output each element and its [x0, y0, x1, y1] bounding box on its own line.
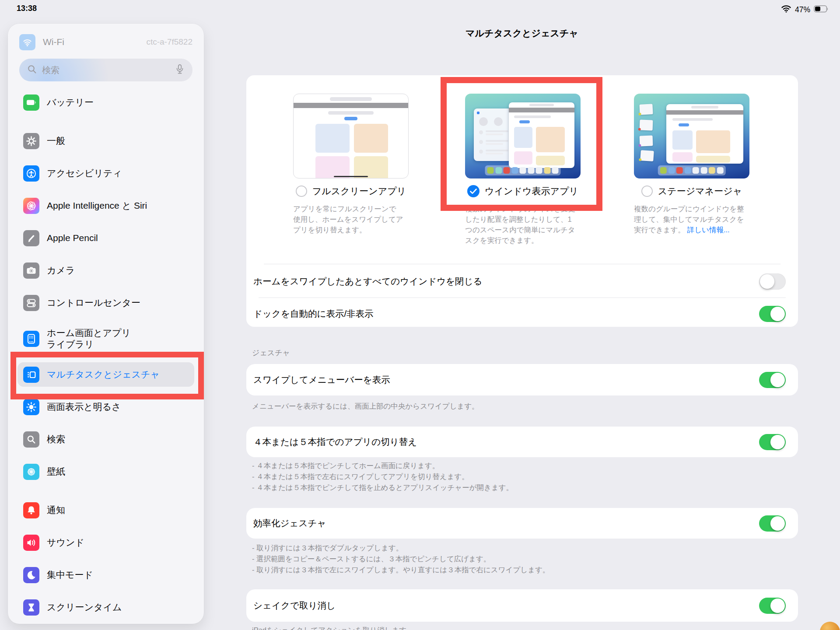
search-icon: [27, 64, 37, 76]
radio-stage-manager[interactable]: [641, 186, 653, 197]
divider: [264, 264, 780, 264]
sidebar-item-label: スクリーンタイム: [47, 602, 122, 613]
divider: [259, 298, 786, 298]
mode-label: ステージマネージャ: [658, 185, 742, 197]
gesture-row-shake-undo: シェイクで取り消し: [246, 589, 798, 622]
toggle-finger-app-switch[interactable]: [759, 434, 786, 450]
sidebar-item-home-screen[interactable]: ホーム画面とアプリライブラリ: [18, 323, 194, 354]
sidebar-item-battery[interactable]: バッテリー: [18, 90, 194, 115]
windowed-thumbnail[interactable]: [465, 94, 581, 178]
sidebar-item-label: バッテリー: [47, 97, 94, 108]
search-app-icon: [23, 431, 39, 448]
checkmark-windowed[interactable]: [467, 185, 480, 197]
battery-percent: 47%: [795, 5, 810, 14]
sidebar-item-sound[interactable]: サウンド: [18, 530, 194, 555]
search-input[interactable]: 検索: [19, 59, 192, 81]
sidebar-item-search[interactable]: 検索: [18, 427, 194, 452]
gesture-label: 効率化ジェスチャ: [253, 517, 326, 529]
sidebar-item-apple-intelligence[interactable]: Apple Intelligence と Siri: [18, 193, 194, 218]
wifi-status-icon: [781, 5, 791, 14]
sidebar-item-control-center[interactable]: コントロールセンター: [18, 290, 194, 315]
sidebar-item-label: 一般: [47, 135, 65, 147]
status-right-cluster: 47%: [781, 5, 829, 14]
mini-dock: [658, 165, 726, 175]
more-info-link[interactable]: 詳しい情報...: [687, 226, 730, 234]
mode-option-fullscreen[interactable]: フルスクリーンアプリ アプリを常にフルスクリーンで使用し、ホームをスワイプしてア…: [293, 94, 409, 235]
stage-manager-thumbnail[interactable]: [634, 94, 749, 178]
toggle-row-auto-dock: ドックを自動的に表示/非表示: [246, 299, 798, 329]
settings-sidebar: Wi-Fi ctc-a-7f5822 検索 バッテリー: [8, 24, 204, 624]
wifi-network-name: ctc-a-7f5822: [146, 37, 192, 47]
sidebar-item-wifi[interactable]: Wi-Fi ctc-a-7f5822: [19, 30, 192, 54]
wallpaper-icon: [23, 464, 39, 480]
sidebar-item-screen-time[interactable]: スクリーンタイム: [18, 595, 194, 620]
toggle-close-windows-after-swipe[interactable]: [759, 273, 786, 290]
gesture-row-finger-switch: ４本または５本指でのアプリの切り替え: [246, 427, 798, 457]
camera-icon: [23, 262, 39, 279]
sidebar-item-label: マルチタスクとジェスチャ: [47, 369, 160, 380]
sidebar-item-label: Apple Pencil: [47, 232, 98, 244]
gesture-label: ４本または５本指でのアプリの切り替え: [253, 436, 417, 448]
toggle-swipe-menubar[interactable]: [759, 372, 786, 388]
moon-icon: [23, 567, 39, 583]
radio-fullscreen[interactable]: [296, 186, 307, 197]
gesture-footnotes: - ４本または５本指でピンチしてホーム画面に戻ります。 - ４本または５本指で左…: [252, 460, 513, 493]
sidebar-item-notifications[interactable]: 通知: [18, 498, 194, 522]
sidebar-item-label: 壁紙: [47, 466, 65, 477]
wifi-label: Wi-Fi: [43, 37, 146, 47]
home-screen-icon: [23, 331, 39, 347]
gesture-row-menubar: スワイプしてメニューバーを表示: [246, 364, 798, 396]
gear-icon: [23, 133, 39, 149]
sidebar-item-label: サウンド: [47, 537, 84, 548]
multitasking-modes-card: フルスクリーンアプリ アプリを常にフルスクリーンで使用し、ホームをスワイプしてア…: [246, 75, 798, 327]
mode-option-windowed[interactable]: ウインドウ表示アプリ 複数のウインドウのサイズを変更したり配置を調整したりして、…: [465, 94, 581, 245]
sidebar-item-wallpaper[interactable]: 壁紙: [18, 459, 194, 484]
sidebar-item-general[interactable]: 一般: [18, 129, 194, 153]
mini-dock: [485, 165, 561, 175]
speaker-icon: [23, 535, 39, 551]
sidebar-item-focus[interactable]: 集中モード: [18, 563, 194, 587]
pointer-blob: [820, 622, 840, 630]
hourglass-icon: [23, 599, 39, 616]
battery-icon: [814, 5, 829, 14]
gesture-footnotes: - 取り消すには３本指でダブルタップします。 - 選択範囲をコピー＆ペーストする…: [252, 542, 550, 575]
sidebar-item-label: 画面表示と明るさ: [47, 401, 121, 413]
sidebar-item-label: アクセシビリティ: [47, 168, 122, 179]
accessibility-icon: [23, 165, 39, 182]
gesture-label: スワイプしてメニューバーを表示: [253, 374, 390, 386]
sidebar-item-label: コントロールセンター: [47, 297, 140, 308]
sidebar-list: バッテリー 一般 アクセシビ: [8, 90, 204, 620]
mode-label: ウインドウ表示アプリ: [485, 185, 578, 197]
gesture-label: シェイクで取り消し: [253, 599, 336, 612]
toggle-shake-to-undo[interactable]: [759, 598, 786, 614]
fullscreen-thumbnail[interactable]: [293, 94, 409, 178]
toggle-label: ホームをスワイプしたあとすべてのウインドウを閉じる: [253, 275, 483, 287]
toggle-label: ドックを自動的に表示/非表示: [253, 308, 374, 320]
sidebar-item-apple-pencil[interactable]: Apple Pencil: [18, 226, 194, 250]
mic-icon[interactable]: [175, 64, 185, 76]
gesture-row-efficiency: 効率化ジェスチャ: [246, 508, 798, 539]
sidebar-item-display-brightness[interactable]: 画面表示と明るさ: [18, 395, 194, 419]
sidebar-item-camera[interactable]: カメラ: [18, 258, 194, 283]
search-placeholder: 検索: [42, 64, 170, 76]
apple-intelligence-icon: [23, 198, 39, 214]
toggle-efficiency-gestures[interactable]: [759, 515, 786, 532]
pencil-icon: [23, 230, 39, 246]
sidebar-item-label: 検索: [47, 434, 65, 445]
mode-description: 複数のグループにウインドウを整理して、集中してマルチタスクを実行できます。 詳し…: [634, 203, 744, 235]
sidebar-item-multitasking[interactable]: マルチタスクとジェスチャ: [18, 362, 194, 387]
mode-description: 複数のウインドウのサイズを変更したり配置を調整したりして、1つのスペース内で簡単…: [465, 203, 575, 245]
brightness-icon: [23, 399, 39, 415]
sidebar-item-label: Apple Intelligence と Siri: [47, 200, 147, 211]
wifi-icon: [19, 34, 35, 50]
sidebar-item-accessibility[interactable]: アクセシビリティ: [18, 161, 194, 186]
sidebar-item-label: 集中モード: [47, 569, 93, 581]
mode-option-stage-manager[interactable]: ステージマネージャ 複数のグループにウインドウを整理して、集中してマルチタスクを…: [634, 94, 749, 235]
battery-app-icon: [23, 94, 39, 111]
toggle-auto-show-hide-dock[interactable]: [759, 306, 786, 322]
gesture-footnote: iPadをシェイクしてアクションを取り消します: [252, 625, 406, 630]
sidebar-item-label: ホーム画面とアプリライブラリ: [47, 327, 131, 350]
mode-description: アプリを常にフルスクリーンで使用し、ホームをスワイプしてアプリを切り替えます。: [293, 203, 403, 235]
mode-label: フルスクリーンアプリ: [312, 185, 406, 197]
bell-icon: [23, 502, 39, 518]
